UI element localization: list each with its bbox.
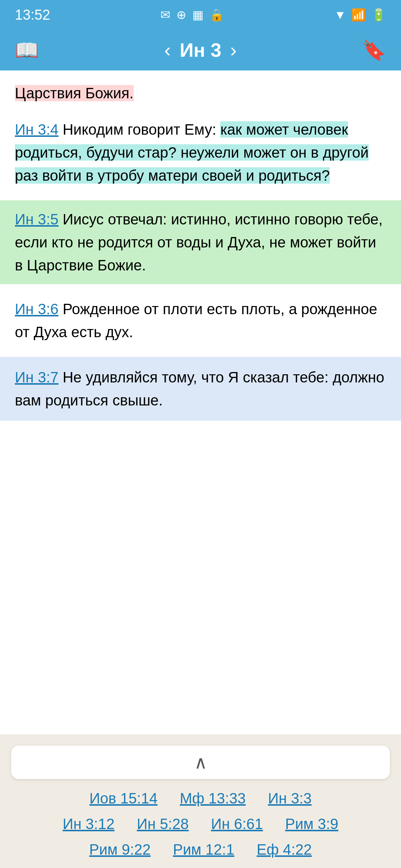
- cross-ref-iov15-14[interactable]: Иов 15:14: [89, 790, 157, 807]
- message-icon: ✉: [160, 8, 170, 22]
- highlight-pink-text: Царствия Божия.: [15, 85, 134, 101]
- panel-toggle-button[interactable]: ∧: [11, 746, 390, 779]
- verse-in3-7: Ин 3:7 Не удивляйся тому, что Я сказал т…: [0, 357, 401, 421]
- verse-ref-in3-5[interactable]: Ин 3:5: [15, 211, 59, 227]
- battery-icon: 🔋: [371, 8, 386, 22]
- verse-text-in3-4-pre: Никодим говорит Ему:: [63, 121, 221, 138]
- verse-in3-4: Ин 3:4 Никодим говорит Ему: как может че…: [15, 118, 386, 187]
- lock-icon: 🔒: [209, 8, 224, 22]
- top-nav: 📖 ‹ Ин 3 › 🔖: [0, 30, 401, 70]
- wifi-icon: ▼: [334, 8, 346, 22]
- verse-text-in3-5: Иисус отвечал: истинно, истинно говорю т…: [15, 211, 383, 273]
- partial-verse-text: Царствия Божия.: [15, 82, 386, 105]
- cross-ref-row-1: Иов 15:14 Мф 13:33 Ин 3:3: [11, 790, 390, 807]
- cross-ref-ef4-22[interactable]: Еф 4:22: [257, 841, 312, 858]
- status-icons-right: ▼ 📶 🔋: [334, 8, 386, 22]
- cross-ref-rim12-1[interactable]: Рим 12:1: [173, 841, 235, 858]
- bookmark-icon[interactable]: 🔖: [362, 39, 386, 62]
- signal-icon: 📶: [351, 8, 366, 22]
- verse-text-in3-7: Не удивляйся тому, что Я сказал тебе: до…: [15, 369, 384, 408]
- cross-ref-row-2: Ин 3:12 Ин 5:28 Ин 6:61 Рим 3:9: [11, 816, 390, 832]
- verse-text-in3-6: Рожденное от плоти есть плоть, а рожденн…: [15, 301, 377, 340]
- verse-ref-in3-6[interactable]: Ин 3:6: [15, 301, 59, 317]
- hotspot-icon: ⊕: [176, 8, 186, 22]
- cross-ref-in5-28[interactable]: Ин 5:28: [137, 816, 189, 832]
- cross-ref-in3-12[interactable]: Ин 3:12: [63, 816, 115, 832]
- chapter-title: Ин 3: [180, 39, 221, 61]
- book-icon[interactable]: 📖: [15, 39, 39, 62]
- cross-ref-mf13-33[interactable]: Мф 13:33: [180, 790, 245, 807]
- cross-reference-links: Иов 15:14 Мф 13:33 Ин 3:3 Ин 3:12 Ин 5:2…: [11, 790, 390, 868]
- cross-ref-rim9-22[interactable]: Рим 9:22: [89, 841, 151, 858]
- sim-icon: ▦: [192, 8, 203, 22]
- bible-content: Царствия Божия. Ин 3:4 Никодим говорит Е…: [0, 70, 401, 734]
- prev-chapter-button[interactable]: ‹: [164, 39, 171, 61]
- verse-ref-in3-4[interactable]: Ин 3:4: [15, 121, 59, 138]
- verse-in3-6: Ин 3:6 Рожденное от плоти есть плоть, а …: [15, 297, 386, 343]
- cross-ref-in3-3[interactable]: Ин 3:3: [268, 790, 312, 807]
- verse-ref-in3-7[interactable]: Ин 3:7: [15, 369, 59, 385]
- verse-in3-5: Ин 3:5 Иисус отвечал: истинно, истинно г…: [0, 200, 401, 284]
- cross-ref-row-3: Рим 9:22 Рим 12:1 Еф 4:22: [11, 841, 390, 858]
- status-icons-left: ✉ ⊕ ▦ 🔒: [160, 8, 224, 22]
- chevron-up-icon: ∧: [194, 752, 207, 773]
- status-bar: 13:52 ✉ ⊕ ▦ 🔒 ▼ 📶 🔋: [0, 0, 401, 30]
- cross-ref-rim3-9[interactable]: Рим 3:9: [285, 816, 338, 832]
- cross-ref-in6-61[interactable]: Ин 6:61: [211, 816, 263, 832]
- next-chapter-button[interactable]: ›: [230, 39, 237, 61]
- chapter-navigation[interactable]: ‹ Ин 3 ›: [164, 39, 237, 61]
- cross-reference-panel: ∧ Иов 15:14 Мф 13:33 Ин 3:3 Ин 3:12 Ин 5…: [0, 734, 401, 868]
- status-time: 13:52: [15, 7, 50, 23]
